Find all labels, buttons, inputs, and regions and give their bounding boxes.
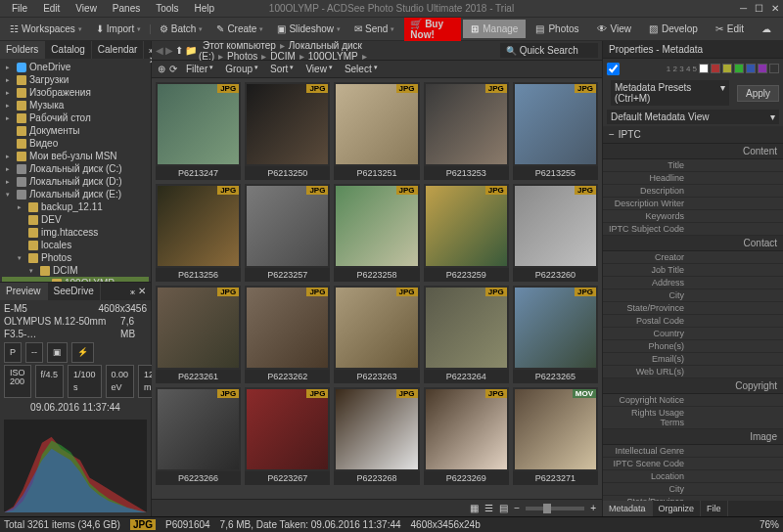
iptc-field[interactable]: Phone(s) [603, 340, 783, 353]
swatch-none[interactable] [769, 64, 779, 73]
tree-node[interactable]: ▸OneDrive [2, 61, 149, 73]
select-button[interactable]: Select ▾ [340, 62, 383, 76]
iptc-field[interactable]: IPTC Subject Code [603, 223, 783, 236]
tree-node[interactable]: ▾Локальный диск (E:) [2, 188, 149, 200]
thumbnail[interactable]: JPGP6213253 [424, 82, 509, 180]
create-button[interactable]: ✎ Create ▾ [210, 21, 269, 37]
tree-node[interactable]: ▸Загрузки [2, 73, 149, 86]
thumbnail[interactable]: JPGP6213256 [156, 184, 241, 282]
iptc-field[interactable]: Title [603, 159, 783, 172]
iptc-field[interactable]: Email(s) [603, 353, 783, 366]
metadata-view-select[interactable]: Default Metadata View▾ [607, 110, 779, 124]
nav-fwd-icon[interactable]: ▶ [165, 45, 173, 56]
tab-seedrive[interactable]: SeeDrive [48, 283, 101, 300]
menu-panes[interactable]: Panes [105, 1, 148, 16]
thumbnail[interactable]: JPGP6223257 [245, 184, 330, 282]
tab-organize[interactable]: Organize [653, 501, 702, 516]
tab-folders[interactable]: Folders [0, 41, 45, 59]
tree-node[interactable]: ▾DCIM [2, 264, 149, 277]
iptc-field[interactable]: Intellectual Genre [603, 445, 783, 458]
iptc-field[interactable]: Rights Usage Terms [603, 407, 783, 429]
menu-edit[interactable]: Edit [35, 1, 68, 16]
nav-back-icon[interactable]: ◀ [156, 45, 163, 56]
thumbnail[interactable]: JPGP6223259 [424, 184, 509, 282]
iptc-field[interactable]: Location [603, 470, 783, 483]
swatch-purple[interactable] [758, 64, 767, 73]
mode-365[interactable]: ☁ [754, 20, 779, 38]
tree-node[interactable]: Документы [2, 124, 149, 137]
tree-node[interactable]: locales [2, 239, 149, 251]
swatch-red[interactable] [711, 64, 720, 73]
tab-file[interactable]: File [701, 501, 728, 516]
metadata-preset-select[interactable]: Metadata Presets (Ctrl+M)▾ [611, 80, 729, 106]
add-icon[interactable]: ⊕ [158, 64, 165, 74]
thumbnail[interactable]: JPGP6213250 [245, 82, 330, 180]
thumbnail[interactable]: JPGP6223266 [156, 387, 241, 485]
props-checkbox[interactable] [607, 63, 620, 75]
tree-node[interactable]: ▸Мои веб-узлы MSN [2, 150, 149, 162]
apply-button[interactable]: Apply [737, 85, 779, 102]
batch-button[interactable]: ⚙ Batch ▾ [154, 21, 209, 37]
thumbnail[interactable]: MOVP6223271 [513, 387, 598, 485]
iptc-field[interactable]: Keywords [603, 210, 783, 223]
zoom-in-icon[interactable]: + [590, 503, 596, 513]
mode-view[interactable]: 👁 View [589, 20, 640, 38]
maximize-icon[interactable]: ☐ [755, 3, 763, 14]
tab-catalog[interactable]: Catalog [45, 41, 91, 59]
menu-view[interactable]: View [68, 1, 105, 16]
swatch-yellow[interactable] [722, 64, 732, 73]
thumbnail[interactable]: JPGP6213255 [513, 82, 598, 180]
view-button[interactable]: View ▾ [300, 62, 338, 76]
iptc-field[interactable]: Description Writer [603, 198, 783, 210]
iptc-field[interactable]: Postal Code [603, 315, 783, 328]
iptc-field[interactable]: City [603, 289, 783, 302]
mode-edit[interactable]: ✂ Edit [708, 20, 752, 38]
iptc-field[interactable]: Address [603, 277, 783, 289]
iptc-field[interactable]: Copyright Notice [603, 394, 783, 407]
buy-now-button[interactable]: 🛒 Buy Now! [404, 16, 461, 43]
tree-node[interactable]: ▸Локальный диск (D:) [2, 175, 149, 188]
thumbnail[interactable]: JPGP6223267 [245, 387, 330, 485]
iptc-field[interactable]: Job Title [603, 264, 783, 277]
tree-node[interactable]: ▸backup_12.11 [2, 200, 149, 213]
thumbnail[interactable]: JPGP6223268 [334, 387, 419, 485]
view-list-icon[interactable]: ☰ [484, 503, 493, 513]
tab-metadata[interactable]: Metadata [603, 501, 653, 516]
tree-node[interactable]: Видео [2, 137, 149, 150]
swatch-green[interactable] [734, 64, 744, 73]
iptc-field[interactable]: Country [603, 328, 783, 340]
import-button[interactable]: ⬇ Import ▾ [90, 21, 147, 37]
send-button[interactable]: ✉ Send ▾ [348, 21, 400, 37]
thumbnail[interactable]: JPGP6213251 [334, 82, 419, 180]
swatch-white[interactable] [699, 64, 709, 73]
thumb-size-slider[interactable] [526, 507, 584, 510]
nav-up-icon[interactable]: ⬆ [175, 45, 183, 56]
refresh-icon[interactable]: ⟳ [169, 64, 177, 74]
sort-button[interactable]: Sort ▾ [265, 62, 299, 76]
tree-node[interactable]: ▸Изображения [2, 86, 149, 99]
tree-node[interactable]: ▸Рабочий стол [2, 111, 149, 124]
menu-help[interactable]: Help [187, 1, 223, 16]
iptc-field[interactable]: Headline [603, 172, 783, 185]
tree-node[interactable]: DEV [2, 213, 149, 226]
iptc-field[interactable]: State/Province [603, 302, 783, 315]
thumbnail[interactable]: JPGP6223263 [334, 286, 419, 383]
tree-node[interactable]: ▾Photos [2, 251, 149, 264]
mode-photos[interactable]: ▤ Photos [528, 20, 586, 38]
zoom-out-icon[interactable]: − [514, 503, 520, 513]
rating-labels[interactable]: 1 2 3 4 5 [667, 65, 697, 73]
thumbnail[interactable]: JPGP6223260 [513, 184, 598, 282]
iptc-section-header[interactable]: −IPTC [603, 126, 783, 144]
thumbnail[interactable]: JPGP6213247 [156, 82, 241, 180]
thumbnail[interactable]: JPGP6223264 [424, 286, 509, 383]
iptc-field[interactable]: Web URL(s) [603, 366, 783, 378]
iptc-field[interactable]: Description [603, 185, 783, 198]
workspaces-button[interactable]: ☷ Workspaces ▾ [4, 21, 88, 37]
group-button[interactable]: Group ▾ [220, 62, 263, 76]
view-thumb-icon[interactable]: ▦ [470, 503, 479, 513]
tree-node[interactable]: ▸Локальный диск (C:) [2, 162, 149, 175]
tree-node[interactable]: img.htaccess [2, 226, 149, 239]
menu-tools[interactable]: Tools [148, 1, 186, 16]
tab-calendar[interactable]: Calendar [92, 41, 145, 59]
iptc-field[interactable]: City [603, 483, 783, 496]
